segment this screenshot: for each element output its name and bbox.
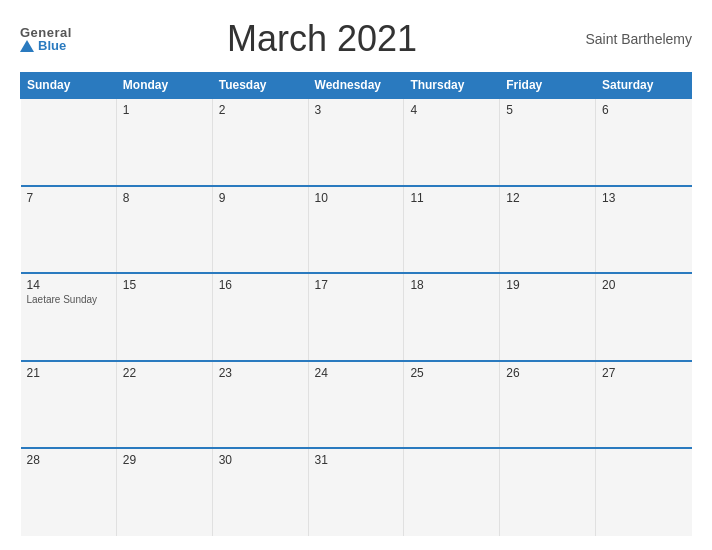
day-number: 30 [219,453,302,467]
day-number: 20 [602,278,685,292]
table-cell: 11 [404,186,500,274]
logo-blue-text: Blue [38,39,66,52]
table-cell: 20 [596,273,692,361]
table-cell: 17 [308,273,404,361]
table-cell: 28 [21,448,117,536]
day-number: 18 [410,278,493,292]
table-cell: 21 [21,361,117,449]
logo-blue-row: Blue [20,39,72,52]
day-number: 9 [219,191,302,205]
week-row-0: 123456 [21,98,692,186]
table-cell [500,448,596,536]
day-number: 10 [315,191,398,205]
table-cell: 26 [500,361,596,449]
week-row-1: 78910111213 [21,186,692,274]
week-row-2: 14Laetare Sunday151617181920 [21,273,692,361]
day-number: 15 [123,278,206,292]
month-title: March 2021 [72,18,572,60]
day-number: 4 [410,103,493,117]
table-cell: 8 [116,186,212,274]
day-number: 22 [123,366,206,380]
day-number: 16 [219,278,302,292]
table-cell: 13 [596,186,692,274]
day-number: 24 [315,366,398,380]
day-number: 8 [123,191,206,205]
day-number: 29 [123,453,206,467]
day-number: 14 [27,278,110,292]
table-cell: 14Laetare Sunday [21,273,117,361]
weekday-header-row: SundayMondayTuesdayWednesdayThursdayFrid… [21,73,692,99]
weekday-header-sunday: Sunday [21,73,117,99]
table-cell [596,448,692,536]
day-number: 27 [602,366,685,380]
table-cell: 5 [500,98,596,186]
day-number: 6 [602,103,685,117]
calendar-table: SundayMondayTuesdayWednesdayThursdayFrid… [20,72,692,536]
weekday-header-thursday: Thursday [404,73,500,99]
table-cell [404,448,500,536]
day-number: 31 [315,453,398,467]
header: General Blue March 2021 Saint Barthelemy [20,18,692,60]
table-cell: 24 [308,361,404,449]
table-cell: 30 [212,448,308,536]
table-cell: 29 [116,448,212,536]
weekday-header-monday: Monday [116,73,212,99]
week-row-3: 21222324252627 [21,361,692,449]
table-cell [21,98,117,186]
calendar-wrapper: General Blue March 2021 Saint Barthelemy… [0,0,712,550]
day-number: 19 [506,278,589,292]
day-number: 28 [27,453,110,467]
calendar-body: 1234567891011121314Laetare Sunday1516171… [21,98,692,536]
table-cell: 16 [212,273,308,361]
day-number: 3 [315,103,398,117]
weekday-header-friday: Friday [500,73,596,99]
weekday-header-wednesday: Wednesday [308,73,404,99]
calendar-header: SundayMondayTuesdayWednesdayThursdayFrid… [21,73,692,99]
day-number: 1 [123,103,206,117]
weekday-header-tuesday: Tuesday [212,73,308,99]
table-cell: 1 [116,98,212,186]
day-event: Laetare Sunday [27,294,110,305]
table-cell: 15 [116,273,212,361]
region-name: Saint Barthelemy [572,31,692,47]
table-cell: 6 [596,98,692,186]
logo: General Blue [20,26,72,52]
day-number: 21 [27,366,110,380]
table-cell: 9 [212,186,308,274]
table-cell: 31 [308,448,404,536]
day-number: 13 [602,191,685,205]
day-number: 11 [410,191,493,205]
table-cell: 12 [500,186,596,274]
table-cell: 7 [21,186,117,274]
table-cell: 22 [116,361,212,449]
day-number: 12 [506,191,589,205]
table-cell: 3 [308,98,404,186]
table-cell: 25 [404,361,500,449]
day-number: 17 [315,278,398,292]
logo-triangle-icon [20,40,34,52]
table-cell: 19 [500,273,596,361]
table-cell: 10 [308,186,404,274]
day-number: 7 [27,191,110,205]
table-cell: 2 [212,98,308,186]
table-cell: 27 [596,361,692,449]
table-cell: 18 [404,273,500,361]
day-number: 2 [219,103,302,117]
week-row-4: 28293031 [21,448,692,536]
table-cell: 4 [404,98,500,186]
day-number: 23 [219,366,302,380]
day-number: 25 [410,366,493,380]
day-number: 5 [506,103,589,117]
weekday-header-saturday: Saturday [596,73,692,99]
table-cell: 23 [212,361,308,449]
day-number: 26 [506,366,589,380]
